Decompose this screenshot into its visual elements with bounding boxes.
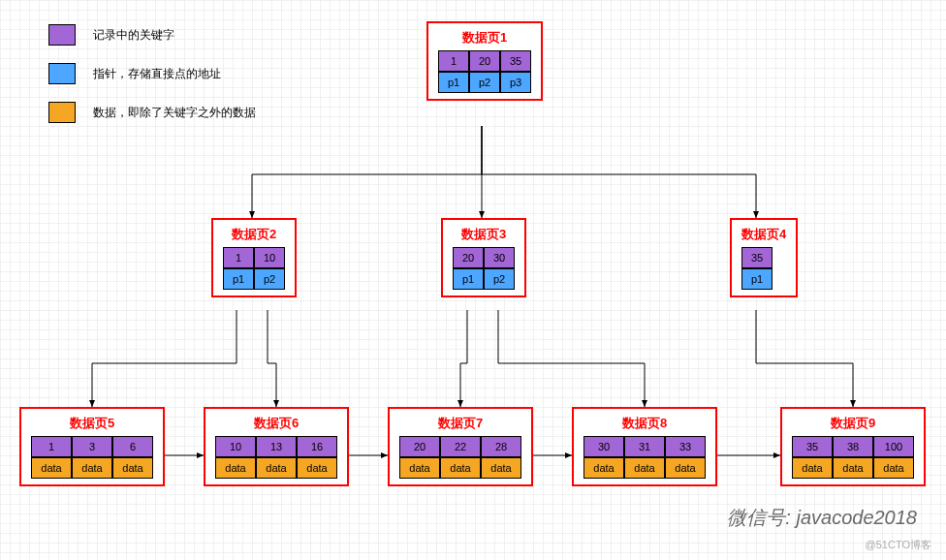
legend-data-label: 数据，即除了关键字之外的数据 [93,105,256,121]
ptr-cell: p3 [500,72,531,93]
page-6: 数据页6 101316 datadatadata [204,407,349,486]
key-cell: 1 [223,247,254,268]
key-cell: 1 [438,50,469,72]
ptr-cell: p1 [438,72,469,93]
page-title: 数据页5 [31,415,153,432]
key-cell: 30 [583,436,624,457]
data-cell: data [72,457,112,479]
data-cell: data [792,457,833,479]
key-cell: 3 [72,436,112,457]
page-8: 数据页8 303133 datadatadata [572,407,717,486]
key-cell: 10 [215,436,256,457]
data-cell: data [583,457,624,479]
data-cell: data [440,457,481,479]
legend-key-label: 记录中的关键字 [93,27,174,44]
key-cell: 20 [453,247,484,268]
data-cell: data [833,457,873,479]
page-title: 数据页7 [399,415,521,432]
legend-key-swatch [48,24,76,46]
key-cell: 16 [297,436,337,457]
key-cell: 13 [256,436,297,457]
page-3: 数据页3 2030 p1p2 [441,218,526,297]
data-cell: data [215,457,256,479]
ptr-cell: p2 [254,268,285,290]
page-5: 数据页5 136 datadatadata [19,407,165,486]
data-cell: data [481,457,521,479]
data-cell: data [31,457,72,479]
key-cell: 10 [254,247,285,268]
key-cell: 28 [481,436,521,457]
key-cell: 6 [112,436,153,457]
key-cell: 100 [873,436,914,457]
data-cell: data [112,457,153,479]
page-1: 数据页1 12035 p1p2p3 [426,21,543,101]
data-cell: data [256,457,297,479]
watermark: 微信号: javacode2018 [727,505,917,531]
ptr-cell: p1 [453,268,484,290]
page-title: 数据页1 [438,29,531,47]
key-cell: 35 [792,436,833,457]
legend-data-swatch [48,102,76,123]
data-cell: data [624,457,665,479]
key-cell: 35 [500,50,531,72]
key-cell: 31 [624,436,665,457]
page-9: 数据页9 3538100 datadatadata [780,407,926,486]
page-title: 数据页2 [223,226,285,243]
data-cell: data [665,457,706,479]
key-cell: 20 [399,436,440,457]
key-cell: 38 [833,436,873,457]
legend-ptr-label: 指针，存储直接点的地址 [93,66,221,82]
page-7: 数据页7 202228 datadatadata [388,407,533,486]
page-title: 数据页8 [583,415,706,432]
ptr-cell: p1 [741,268,773,290]
key-cell: 35 [741,247,773,268]
ptr-cell: p2 [469,72,500,93]
key-cell: 20 [469,50,500,72]
page-title: 数据页3 [453,226,515,243]
page-2: 数据页2 110 p1p2 [211,218,297,297]
ptr-cell: p1 [223,268,254,290]
key-cell: 22 [440,436,481,457]
legend: 记录中的关键字 指针，存储直接点的地址 数据，即除了关键字之外的数据 [48,24,256,140]
data-cell: data [297,457,337,479]
page-title: 数据页4 [741,226,786,243]
key-cell: 1 [31,436,72,457]
legend-ptr-swatch [48,63,76,84]
key-cell: 33 [665,436,706,457]
page-title: 数据页9 [792,415,914,432]
key-cell: 30 [484,247,515,268]
page-4: 数据页4 35 p1 [730,218,798,297]
data-cell: data [873,457,914,479]
page-title: 数据页6 [215,415,337,432]
data-cell: data [399,457,440,479]
ptr-cell: p2 [484,268,515,290]
attribution: @51CTO博客 [866,538,931,552]
